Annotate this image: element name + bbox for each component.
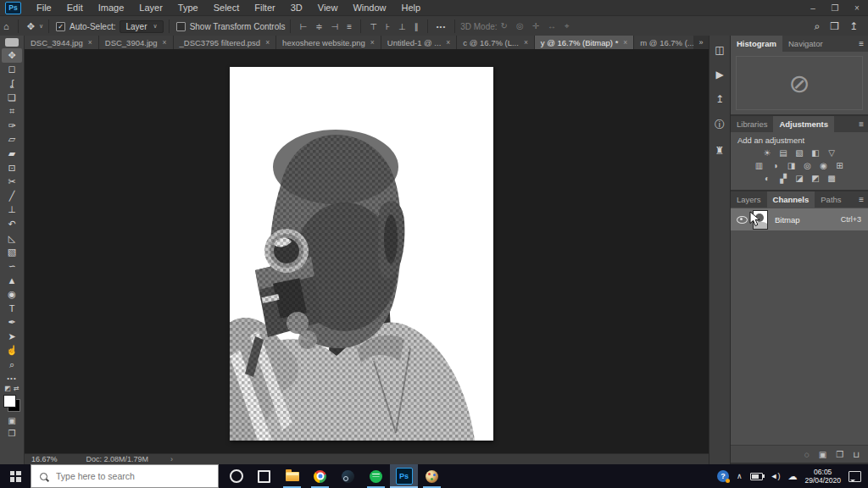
menu-select[interactable]: Select: [206, 0, 248, 15]
document-tab[interactable]: y @ 16.7% (Bitmap) *×: [535, 36, 634, 49]
panel-tab-channels[interactable]: Channels: [767, 191, 815, 208]
align-top-icon[interactable]: ⊤: [366, 22, 381, 31]
libraries-panel-icon[interactable]: ◫: [715, 44, 724, 56]
status-menu-arrow-icon[interactable]: ›: [170, 455, 173, 463]
brightness-contrast-adjustment-icon[interactable]: ☀: [761, 147, 774, 158]
restore-window-button[interactable]: ❐: [824, 0, 846, 15]
auto-select-checkbox[interactable]: ✓: [56, 22, 65, 31]
tool-preset-chevron-icon[interactable]: ∨: [39, 23, 43, 30]
file-explorer-taskbar-button[interactable]: [278, 464, 306, 488]
panel-menu-icon[interactable]: ≡: [854, 36, 868, 52]
spotify-taskbar-button[interactable]: [362, 464, 390, 488]
3d-pan-icon[interactable]: ✛: [529, 21, 542, 31]
tray-chevron-icon[interactable]: ∧: [737, 472, 743, 480]
menu-file[interactable]: File: [29, 0, 59, 15]
zoom-level[interactable]: 16.67%: [31, 455, 58, 463]
align-bottom-icon[interactable]: ⊥: [395, 22, 409, 31]
photo-filter-adjustment-icon[interactable]: ◎: [801, 160, 814, 171]
tab-close-icon[interactable]: ×: [88, 38, 92, 47]
start-button[interactable]: [0, 464, 31, 488]
search-icon[interactable]: ⌕: [810, 20, 823, 32]
paint-app-taskbar-button[interactable]: [418, 464, 446, 488]
action-center-icon[interactable]: [849, 471, 861, 482]
threshold-adjustment-icon[interactable]: ◪: [793, 173, 806, 184]
dodge-tool[interactable]: ◉: [2, 287, 22, 302]
load-channel-as-selection-button[interactable]: ◌: [804, 450, 810, 459]
eraser-tool[interactable]: ◺: [2, 231, 22, 246]
zoom-tool[interactable]: ⌕: [2, 358, 22, 372]
lasso-tool[interactable]: ʆ: [2, 76, 22, 91]
tab-close-icon[interactable]: ×: [265, 38, 270, 47]
delete-channel-button[interactable]: ⊔: [853, 450, 860, 459]
hue-saturation-adjustment-icon[interactable]: ▥: [753, 160, 765, 171]
close-window-button[interactable]: ×: [846, 0, 868, 15]
document-tab[interactable]: hexoshere website.png×: [276, 36, 381, 49]
tab-overflow-icon[interactable]: »: [693, 36, 709, 49]
actions-panel-icon[interactable]: ▶: [715, 69, 723, 80]
distribute-horizontal-icon[interactable]: ≡: [343, 22, 355, 31]
speaker-icon[interactable]: ◄): [771, 472, 781, 480]
hand-tool[interactable]: ☝: [2, 343, 22, 358]
workspace-switcher-icon[interactable]: ❒: [826, 20, 843, 32]
visibility-eye-icon[interactable]: [737, 216, 748, 224]
frame-tool[interactable]: ⊡: [2, 161, 22, 175]
curves-adjustment-icon[interactable]: ▧: [793, 147, 806, 158]
more-options-icon[interactable]: •••: [433, 23, 449, 30]
menu-window[interactable]: Window: [345, 0, 393, 15]
document-canvas[interactable]: [230, 67, 493, 441]
invert-adjustment-icon[interactable]: ◐: [761, 173, 774, 184]
pen-tool[interactable]: ✒: [2, 315, 22, 330]
taskbar-clock[interactable]: 06:05 29/04/2020: [804, 468, 841, 485]
slice-tool[interactable]: ✂: [2, 175, 22, 189]
color-lookup-adjustment-icon[interactable]: ⊞: [833, 160, 846, 171]
save-selection-as-channel-button[interactable]: ▣: [819, 450, 826, 459]
color-balance-adjustment-icon[interactable]: ◑: [769, 160, 782, 171]
help-tray-icon[interactable]: ?: [717, 470, 729, 482]
3d-roll-icon[interactable]: ◎: [513, 21, 527, 31]
tab-close-icon[interactable]: ×: [370, 38, 375, 47]
taskbar-search[interactable]: [31, 464, 219, 488]
document-tab[interactable]: c @ 16.7% (L...×: [457, 36, 535, 49]
tab-close-icon[interactable]: ×: [524, 38, 528, 47]
posterize-adjustment-icon[interactable]: ▞: [777, 173, 790, 184]
distribute-vertical-icon[interactable]: ∥: [411, 22, 422, 31]
channel-thumbnail[interactable]: [753, 210, 768, 230]
document-tab[interactable]: Untitled-1 @ ...×: [381, 36, 457, 49]
panel-tab-histogram[interactable]: Histogram: [731, 36, 782, 52]
levels-adjustment-icon[interactable]: ▤: [777, 147, 790, 158]
move-tool[interactable]: ✥: [2, 48, 22, 63]
align-right-icon[interactable]: ⊣: [328, 22, 342, 31]
menu-layer[interactable]: Layer: [131, 0, 170, 15]
home-icon[interactable]: ⌂: [0, 21, 13, 31]
screen-mode-button[interactable]: ❐: [8, 429, 16, 438]
sharpen-tool[interactable]: ▲: [2, 274, 22, 288]
panel-tab-libraries[interactable]: Libraries: [731, 116, 773, 132]
quick-mask-button[interactable]: ▣: [8, 416, 15, 425]
document-tab[interactable]: _DSC3795 filtered.psd×: [174, 36, 277, 49]
task-view-taskbar-button[interactable]: [250, 464, 278, 488]
eyedropper-tool[interactable]: ✑: [2, 119, 22, 133]
menu-type[interactable]: Type: [170, 0, 206, 15]
steam-taskbar-button[interactable]: [334, 464, 362, 488]
show-transform-checkbox[interactable]: [176, 22, 186, 31]
default-colors-icon[interactable]: ◩: [4, 385, 11, 392]
path-selection-tool[interactable]: ➤: [2, 330, 22, 344]
document-tab[interactable]: DSC_3904.jpg×: [99, 36, 174, 49]
swap-colors-icon[interactable]: ⇄: [14, 385, 19, 392]
clone-stamp-tool[interactable]: ⊥: [2, 203, 22, 218]
object-selection-tool[interactable]: ❏: [2, 91, 22, 105]
panel-menu-icon[interactable]: ≡: [854, 116, 868, 132]
brush-tool[interactable]: ╱: [2, 189, 22, 203]
tool-presets-panel-icon[interactable]: ♜: [715, 145, 725, 157]
black-white-adjustment-icon[interactable]: ◨: [785, 160, 798, 171]
cortana-taskbar-button[interactable]: [222, 464, 250, 488]
menu-edit[interactable]: Edit: [59, 0, 91, 15]
current-tool-icon[interactable]: ✥: [24, 21, 38, 32]
align-left-icon[interactable]: ⊢: [296, 22, 310, 31]
document-tab[interactable]: m @ 16.7% (...×: [634, 36, 693, 49]
exposure-adjustment-icon[interactable]: ◧: [810, 147, 822, 158]
healing-patch-tool[interactable]: ▰: [2, 147, 22, 161]
3d-camera-icon[interactable]: ⌖: [561, 21, 573, 31]
rectangular-marquee-tool[interactable]: ◻: [2, 63, 22, 77]
toolbar-grip[interactable]: [5, 38, 19, 47]
